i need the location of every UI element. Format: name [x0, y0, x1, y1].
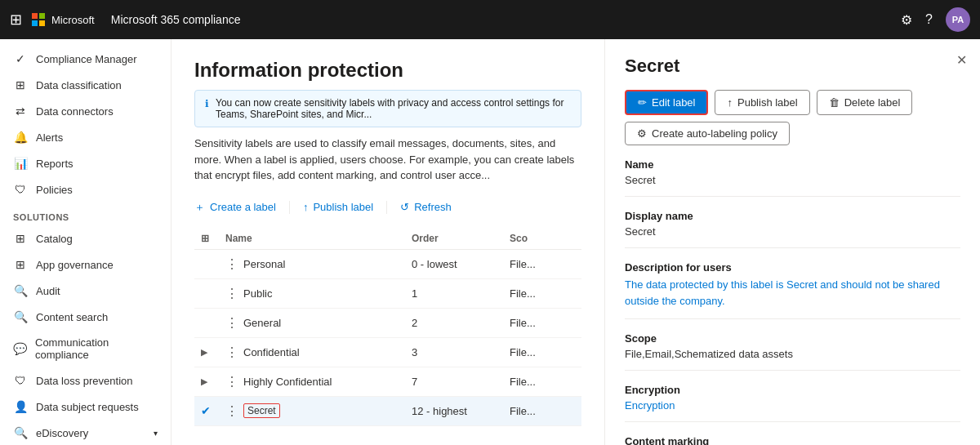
table-row[interactable]: ⋮ General 2 File...	[194, 309, 581, 338]
page-title: Information protection	[194, 59, 581, 82]
sidebar-item-reports[interactable]: 📊 Reports	[0, 150, 171, 176]
sidebar-item-data-connectors[interactable]: ⇄ Data connectors	[0, 98, 171, 124]
banner-text: You can now create sensitivity labels wi…	[216, 97, 571, 120]
sidebar: ✓ Compliance Manager ⊞ Data classificati…	[0, 39, 172, 445]
sidebar-item-ediscovery[interactable]: 🔍 eDiscovery ▾	[0, 420, 171, 445]
table-row[interactable]: ▶ ⋮ Highly Confidential 7 File...	[194, 367, 581, 397]
sidebar-item-compliance-manager[interactable]: ✓ Compliance Manager	[0, 46, 171, 72]
autolabel-button[interactable]: ⚙ Create auto-labeling policy	[625, 122, 790, 145]
col-name: Name	[225, 233, 412, 244]
plus-icon: ＋	[194, 200, 205, 215]
delete-label-button[interactable]: 🗑 Delete label	[817, 90, 913, 115]
communication-compliance-icon: 💬	[13, 342, 27, 355]
more-options-icon[interactable]: ⋮	[225, 286, 238, 301]
avatar[interactable]: PA	[946, 7, 970, 32]
panel-encryption-section: Encryption Encryption	[625, 384, 960, 422]
scope-field-value: File,Email,Schematized data assets	[625, 348, 960, 360]
table-row[interactable]: ▶ ⋮ Confidential 3 File...	[194, 338, 581, 367]
edit-label-button[interactable]: ✏ Edit label	[625, 90, 708, 115]
panel-actions: ✏ Edit label ↑ Publish label 🗑 Delete la…	[625, 90, 960, 115]
publish-icon: ↑	[303, 201, 309, 213]
panel-displayname-section: Display name Secret	[625, 210, 960, 248]
content-search-icon: 🔍	[13, 310, 28, 323]
topbar: ⊞ Microsoft Microsoft 365 compliance ⚙ ?…	[0, 0, 980, 39]
help-icon[interactable]: ?	[925, 12, 933, 27]
autolabel-row: ⚙ Create auto-labeling policy	[625, 122, 960, 145]
description-text: Sensitivity labels are used to classify …	[194, 136, 581, 184]
microsoft-logo: Microsoft	[32, 13, 95, 26]
expand-icon[interactable]: ▶	[201, 347, 225, 358]
sidebar-item-data-subject-requests[interactable]: 👤 Data subject requests	[0, 394, 171, 420]
panel-content-marking-section: Content marking	[625, 435, 960, 445]
sidebar-item-label: App governance	[36, 259, 114, 271]
close-panel-button[interactable]: ✕	[956, 52, 967, 68]
compliance-manager-icon: ✓	[13, 52, 28, 65]
toolbar: ＋ Create a label ↑ Publish label ↺ Refre…	[194, 197, 581, 218]
data-classification-icon: ⊞	[13, 78, 28, 91]
more-options-icon[interactable]: ⋮	[225, 315, 238, 331]
brand-name: Microsoft	[51, 14, 95, 26]
solutions-section-label: Solutions	[0, 202, 171, 225]
create-label-button[interactable]: ＋ Create a label	[194, 197, 276, 218]
publish-label-button[interactable]: ↑ Publish label	[303, 198, 373, 216]
info-banner: ℹ You can now create sensitivity labels …	[194, 90, 581, 127]
catalog-icon: ⊞	[13, 232, 28, 245]
table-header: ⊞ Name Order Sco	[194, 228, 581, 250]
expand-icon[interactable]: ▶	[201, 376, 225, 387]
publish-label-panel-button[interactable]: ↑ Publish label	[715, 90, 809, 115]
ediscovery-icon: 🔍	[13, 426, 28, 439]
content-marking-field-label: Content marking	[625, 435, 960, 445]
description-field-label: Description for users	[625, 261, 960, 274]
encryption-field-value[interactable]: Encryption	[625, 399, 960, 412]
display-name-field-value: Secret	[625, 225, 960, 238]
more-options-icon[interactable]: ⋮	[225, 345, 238, 360]
sidebar-item-label: Catalog	[36, 233, 73, 245]
settings-icon[interactable]: ⚙	[901, 12, 912, 28]
name-field-label: Name	[625, 158, 960, 171]
encryption-field-label: Encryption	[625, 384, 960, 396]
table-row[interactable]: ⋮ Personal 0 - lowest File...	[194, 250, 581, 279]
panel-description-section: Description for users The data protected…	[625, 261, 960, 319]
edit-icon: ✏	[638, 96, 647, 109]
sidebar-item-label: Data loss prevention	[36, 375, 133, 387]
col-scope: Sco	[510, 233, 575, 244]
waffle-icon[interactable]: ⊞	[10, 11, 22, 29]
sidebar-item-alerts[interactable]: 🔔 Alerts	[0, 124, 171, 150]
app-governance-icon: ⊞	[13, 258, 28, 271]
more-options-icon[interactable]: ⋮	[225, 256, 238, 272]
sidebar-item-catalog[interactable]: ⊞ Catalog	[0, 225, 171, 251]
more-options-icon[interactable]: ⋮	[225, 374, 238, 389]
sidebar-item-communication-compliance[interactable]: 💬 Communication compliance	[0, 330, 171, 367]
more-options-icon[interactable]: ⋮	[225, 403, 238, 419]
sidebar-item-audit[interactable]: 🔍 Audit	[0, 278, 171, 304]
refresh-button[interactable]: ↺ Refresh	[400, 198, 452, 216]
detail-panel: ✕ Secret ✏ Edit label ↑ Publish label 🗑 …	[604, 39, 980, 445]
toolbar-separator	[289, 201, 290, 214]
delete-icon: 🗑	[829, 96, 840, 109]
sidebar-item-content-search[interactable]: 🔍 Content search	[0, 304, 171, 330]
scope-field-label: Scope	[625, 332, 960, 345]
col-icon: ⊞	[201, 233, 225, 244]
sidebar-item-data-loss-prevention[interactable]: 🛡 Data loss prevention	[0, 367, 171, 394]
table-row[interactable]: ⋮ Public 1 File...	[194, 279, 581, 309]
check-icon: ✔	[201, 404, 225, 417]
sidebar-item-app-governance[interactable]: ⊞ App governance	[0, 251, 171, 278]
sidebar-item-label: Alerts	[36, 131, 63, 144]
topbar-right: ⚙ ? PA	[901, 7, 970, 32]
sidebar-item-data-classification[interactable]: ⊞ Data classification	[0, 72, 171, 98]
sidebar-item-label: Policies	[36, 184, 73, 196]
sidebar-item-policies[interactable]: 🛡 Policies	[0, 176, 171, 202]
panel-scope-section: Scope File,Email,Schematized data assets	[625, 332, 960, 371]
dsr-icon: 👤	[13, 400, 28, 413]
sidebar-item-label: Compliance Manager	[36, 53, 137, 65]
table-row-secret[interactable]: ✔ ⋮ Secret 12 - highest File...	[194, 397, 581, 426]
publish-icon: ↑	[727, 96, 733, 109]
sidebar-item-label: Data subject requests	[36, 401, 139, 413]
reports-icon: 📊	[13, 157, 28, 170]
panel-title: Secret	[625, 56, 960, 77]
sidebar-item-label: Communication compliance	[35, 336, 158, 361]
layout: ✓ Compliance Manager ⊞ Data classificati…	[0, 0, 980, 445]
name-field-value: Secret	[625, 174, 960, 186]
sidebar-item-label: Audit	[36, 285, 60, 297]
sidebar-item-label: Content search	[36, 311, 108, 323]
